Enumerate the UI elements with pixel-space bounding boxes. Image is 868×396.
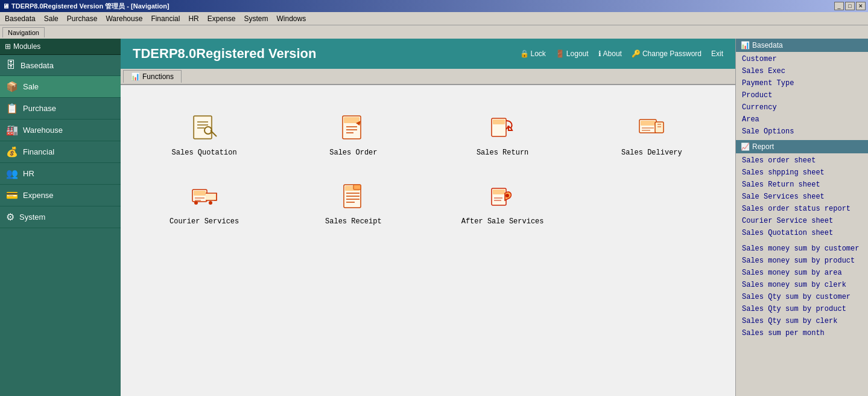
menu-bar: Basedata Sale Purchase Warehouse Financi… (0, 12, 868, 25)
sidebar: ⊞ Modules 🗄 Basedata 📦 Sale 📋 Purchase 🏭… (0, 39, 121, 396)
right-item-payment-type[interactable]: Payment Type (736, 77, 868, 89)
sidebar-item-financial[interactable]: 💰 Financial (0, 141, 121, 163)
minimize-button[interactable]: _ (834, 2, 844, 10)
purchase-icon: 📋 (6, 103, 18, 114)
center-content: TDERP8.0Registered Version 🔒 Lock 🚪 Logo… (121, 39, 735, 396)
menu-windows[interactable]: Windows (273, 13, 309, 24)
financial-icon: 💰 (6, 146, 18, 158)
report-item-6[interactable]: Sales Quotation sheet (736, 227, 868, 239)
menu-basedata[interactable]: Basedata (1, 13, 39, 24)
sale-icon: 📦 (6, 81, 18, 92)
functions-content: Sales Quotation Sales Order (121, 85, 735, 396)
sales-quotation-button[interactable]: Sales Quotation (133, 103, 276, 166)
sidebar-label-system: System (19, 212, 45, 222)
svg-point-25 (194, 201, 198, 205)
change-password-action[interactable]: 🔑 Change Password (632, 50, 702, 58)
menu-purchase[interactable]: Purchase (63, 13, 101, 24)
report-item-13[interactable]: Sales Qty sum by clerk (736, 315, 868, 327)
sidebar-item-hr[interactable]: 👥 HR (0, 163, 121, 185)
sidebar-label-expense: Expense (23, 191, 54, 200)
basedata-section-label: Basedata (752, 41, 783, 50)
menu-warehouse[interactable]: Warehouse (102, 13, 146, 24)
sales-order-icon (338, 112, 369, 144)
courier-services-icon (189, 181, 220, 212)
main-layout: ⊞ Modules 🗄 Basedata 📦 Sale 📋 Purchase 🏭… (0, 39, 868, 396)
report-item-1[interactable]: Sales shpping sheet (736, 167, 868, 179)
report-item-4[interactable]: Sales order status report (736, 203, 868, 215)
report-item-10[interactable]: Sales money sum by clerk (736, 279, 868, 291)
sales-receipt-button[interactable]: Sales Receipt (282, 172, 425, 235)
svg-rect-35 (493, 190, 505, 194)
report-item-3[interactable]: Sale Services sheet (736, 191, 868, 203)
report-item-9[interactable]: Sales money sum by area (736, 267, 868, 279)
right-item-sale-options[interactable]: Sale Options (736, 126, 868, 138)
sales-delivery-icon (636, 112, 667, 144)
report-item-0[interactable]: Sales order sheet (736, 155, 868, 167)
right-item-sales-exec[interactable]: Sales Exec (736, 65, 868, 77)
report-item-12[interactable]: Sales Qty sum by product (736, 303, 868, 315)
sidebar-header-label: Modules (13, 42, 40, 51)
restore-button[interactable]: □ (845, 2, 855, 10)
report-icon: 📈 (741, 142, 750, 151)
sales-return-button[interactable]: Sales Return (431, 103, 574, 166)
menu-financial[interactable]: Financial (147, 13, 183, 24)
sales-quotation-label: Sales Quotation (172, 148, 237, 157)
report-item-7[interactable]: Sales money sum by customer (736, 243, 868, 255)
report-item-5[interactable]: Courier Service sheet (736, 215, 868, 227)
sidebar-header: ⊞ Modules (0, 39, 121, 55)
right-item-area[interactable]: Area (736, 113, 868, 126)
sidebar-item-system[interactable]: ⚙ System (0, 206, 121, 228)
right-item-currency[interactable]: Currency (736, 101, 868, 113)
functions-tab[interactable]: 📊 Functions (123, 70, 182, 83)
header-actions: 🔒 Lock 🚪 Logout ℹ About 🔑 Change Passwor… (520, 50, 724, 58)
menu-sale[interactable]: Sale (40, 13, 62, 24)
svg-point-13 (507, 126, 510, 128)
sales-return-label: Sales Return (477, 148, 528, 157)
sidebar-item-purchase[interactable]: 📋 Purchase (0, 98, 121, 120)
sidebar-label-purchase: Purchase (23, 104, 56, 113)
about-label: About (603, 50, 622, 58)
title-bar-left: 🖥 TDERP8.0Registered Version 管理员 - [Navi… (2, 2, 169, 11)
report-item-8[interactable]: Sales money sum by product (736, 255, 868, 267)
sidebar-item-warehouse[interactable]: 🏭 Warehouse (0, 120, 121, 141)
report-section-label: Report (752, 142, 774, 151)
sidebar-label-sale: Sale (23, 82, 39, 91)
lock-action[interactable]: 🔒 Lock (520, 50, 546, 58)
right-item-product[interactable]: Product (736, 89, 868, 101)
right-panel: 📊 Basedata Customer Sales Exec Payment T… (735, 39, 868, 396)
app-header: TDERP8.0Registered Version 🔒 Lock 🚪 Logo… (121, 39, 735, 69)
sales-delivery-button[interactable]: Sales Delivery (580, 103, 723, 166)
menu-hr[interactable]: HR (185, 13, 202, 24)
report-item-11[interactable]: Sales Qty sum by customer (736, 291, 868, 303)
logout-label: Logout (566, 50, 589, 58)
exit-action[interactable]: Exit (711, 50, 723, 58)
close-button[interactable]: ✕ (856, 2, 866, 10)
after-sale-services-label: After Sale Services (461, 217, 544, 226)
title-bar-controls: _ □ ✕ (834, 2, 866, 10)
sidebar-item-sale[interactable]: 📦 Sale (0, 76, 121, 98)
courier-services-button[interactable]: Courier Services (133, 172, 276, 235)
basedata-icon: 🗄 (6, 60, 16, 71)
svg-rect-22 (194, 191, 206, 196)
window-title: TDERP8.0Registered Version 管理员 - [Naviga… (11, 2, 169, 11)
about-action[interactable]: ℹ About (598, 50, 622, 58)
after-sale-services-button[interactable]: After Sale Services (431, 172, 574, 235)
hr-icon: 👥 (6, 168, 18, 179)
right-item-customer[interactable]: Customer (736, 53, 868, 65)
sales-receipt-icon (338, 181, 369, 212)
courier-services-label: Courier Services (169, 217, 239, 226)
warehouse-icon: 🏭 (6, 124, 18, 136)
sidebar-item-expense[interactable]: 💳 Expense (0, 185, 121, 206)
sales-order-button[interactable]: Sales Order (282, 103, 425, 166)
menu-expense[interactable]: Expense (204, 13, 239, 24)
basedata-section-header: 📊 Basedata (736, 39, 868, 52)
password-icon: 🔑 (632, 50, 641, 58)
sidebar-item-basedata[interactable]: 🗄 Basedata (0, 55, 121, 76)
svg-rect-7 (344, 117, 360, 123)
navigation-tab[interactable]: Navigation (2, 27, 45, 37)
report-item-14[interactable]: Sales sum per month (736, 327, 868, 339)
report-item-2[interactable]: Sales Return sheet (736, 179, 868, 191)
logout-action[interactable]: 🚪 Logout (556, 50, 589, 58)
sidebar-label-hr: HR (23, 169, 34, 178)
menu-system[interactable]: System (240, 13, 271, 24)
